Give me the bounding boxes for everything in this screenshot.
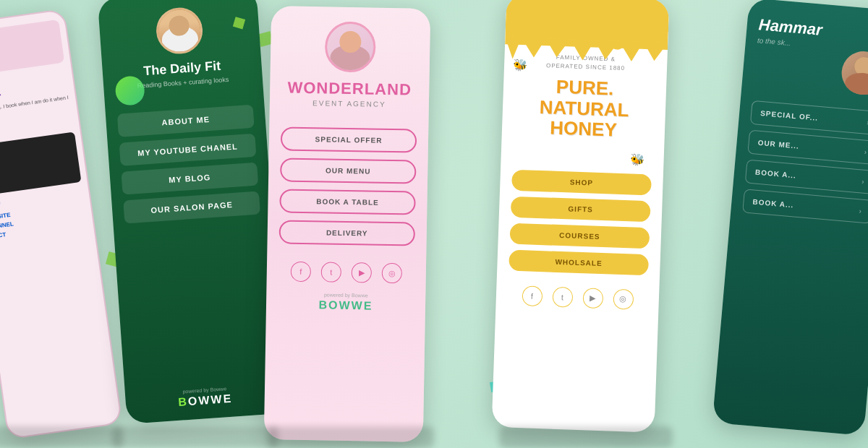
card1-work-image bbox=[0, 132, 81, 196]
card4-main-title: PURE. NATURAL HONEY bbox=[514, 75, 655, 142]
card3-buttons: SPECIAL OFFER OUR MENU BOOK A TABLE DELI… bbox=[268, 126, 429, 246]
shadow-card3 bbox=[268, 426, 434, 448]
card2-nav-youtube[interactable]: MY YOUTUBE CHANEL bbox=[119, 134, 257, 166]
card3-instagram-icon[interactable]: ◎ bbox=[382, 263, 402, 283]
card5-nav-book1[interactable]: BOOK A... bbox=[745, 160, 868, 194]
shadow-card4 bbox=[499, 426, 673, 448]
card4-btn-wholsale[interactable]: WHOLSALE bbox=[509, 249, 649, 275]
shadow-card1 bbox=[0, 426, 123, 448]
card4-twitter-icon[interactable]: t bbox=[552, 286, 573, 307]
card2-title: The Daily Fit bbox=[143, 59, 221, 79]
card4-honey-drip bbox=[505, 0, 669, 50]
card-honey: 🐝 FAMILY OWNED & OPERATED SINCE 1880 PUR… bbox=[492, 0, 670, 433]
card4-btn-gifts[interactable]: GIFTS bbox=[511, 196, 651, 222]
card4-social: f t ▶ ◎ bbox=[495, 276, 659, 315]
card3-brand: BOWWE bbox=[266, 298, 425, 314]
card5-nav-menu[interactable]: OUR ME... bbox=[747, 130, 868, 165]
card3-header: WONDERLAND EVENT AGENCY bbox=[269, 6, 430, 129]
bee-icon-left: 🐝 bbox=[513, 58, 528, 72]
card-wonderland: WONDERLAND EVENT AGENCY SPECIAL OFFER OU… bbox=[264, 6, 430, 442]
card3-footer: powered by Bowwe BOWWE bbox=[266, 287, 426, 314]
card2-avatar bbox=[155, 6, 204, 55]
card3-btn-special-offer[interactable]: SPECIAL OFFER bbox=[281, 126, 417, 152]
card2-brand-b: B bbox=[178, 395, 189, 408]
card4-facebook-icon[interactable]: f bbox=[522, 285, 542, 306]
card3-avatar bbox=[325, 21, 376, 72]
card3-brand-b: B bbox=[318, 298, 328, 311]
card3-twitter-icon[interactable]: t bbox=[321, 262, 341, 282]
card4-btn-shop[interactable]: SHOP bbox=[511, 169, 652, 195]
card3-subtitle: EVENT AGENCY bbox=[312, 99, 386, 108]
card3-facebook-icon[interactable]: f bbox=[291, 262, 311, 282]
card5-nav-book2[interactable]: BOOK A... bbox=[742, 189, 868, 224]
card3-title: WONDERLAND bbox=[287, 79, 412, 100]
card4-instagram-icon[interactable]: ◎ bbox=[613, 288, 634, 309]
honey-drip-svg bbox=[504, 0, 669, 64]
card1-links: WEBSITE CHANNEL NTACT bbox=[0, 201, 88, 240]
card5-nav-special[interactable]: SPECIAL OF... bbox=[750, 100, 868, 135]
bee-icon-right: 🐝 bbox=[512, 148, 652, 167]
card3-btn-book-table[interactable]: BOOK A TABLE bbox=[279, 189, 416, 215]
card2-nav-blog[interactable]: MY BLOG bbox=[121, 163, 258, 195]
card3-youtube-icon[interactable]: ▶ bbox=[352, 262, 372, 283]
card3-btn-our-menu[interactable]: OUR MENU bbox=[280, 158, 417, 184]
card2-footer: powered by Bowwe BOWWE bbox=[125, 382, 285, 413]
card2-nav: ABOUT ME MY YOUTUBE CHANEL MY BLOG OUR S… bbox=[106, 104, 272, 225]
card3-brand-owwe: OWWE bbox=[328, 299, 373, 312]
card3-btn-delivery[interactable]: DELIVERY bbox=[279, 220, 416, 246]
card4-youtube-icon[interactable]: ▶ bbox=[582, 288, 603, 309]
card1-image-top bbox=[0, 20, 64, 77]
card-daily-fit: The Daily Fit Reading Books + curating l… bbox=[98, 0, 286, 424]
card4-btn-courses[interactable]: COURSES bbox=[509, 223, 650, 249]
card5-nav: SPECIAL OF... OUR ME... BOOK A... BOOK A… bbox=[731, 100, 868, 225]
shadow-card2 bbox=[112, 426, 278, 448]
card2-brand-owwe: OWWE bbox=[187, 392, 232, 408]
card2-avatar-face bbox=[157, 9, 202, 53]
card2-nav-salon[interactable]: OUR SALON PAGE bbox=[123, 191, 260, 223]
card3-social: f t ▶ ◎ bbox=[266, 251, 426, 290]
